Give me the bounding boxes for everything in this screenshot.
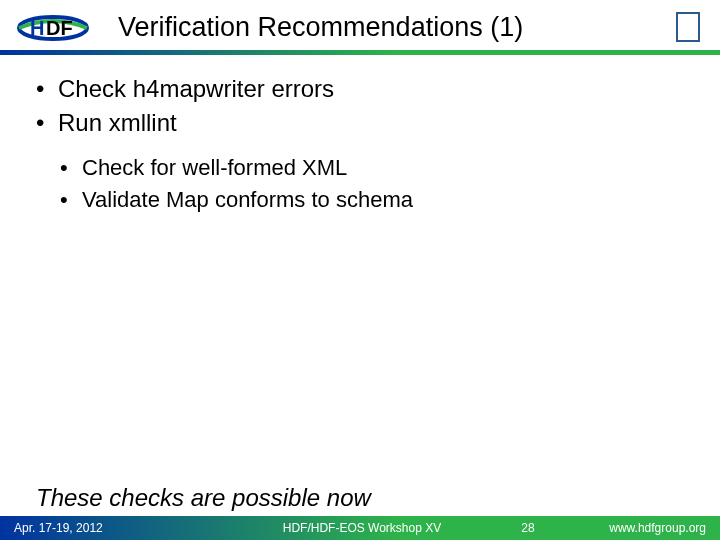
footer-date: Apr. 17-19, 2012 [14, 521, 224, 535]
bullet-list: Check h4mapwriter errors Run xmllint [36, 73, 684, 140]
footer-page-number: 28 [500, 521, 556, 535]
svg-text:DF: DF [46, 17, 73, 39]
list-item: Run xmllint [36, 107, 684, 139]
slide-body: Check h4mapwriter errors Run xmllint Che… [0, 55, 720, 484]
slide-footer: Apr. 17-19, 2012 HDF/HDF-EOS Workshop XV… [0, 516, 720, 540]
list-item: Validate Map conforms to schema [60, 184, 684, 216]
footer-event: HDF/HDF-EOS Workshop XV [224, 521, 500, 535]
slide-header: H DF Verification Recommendations (1) [0, 0, 720, 50]
list-item: Check for well-formed XML [60, 152, 684, 184]
svg-text:H: H [30, 17, 44, 39]
footer-url: www.hdfgroup.org [556, 521, 706, 535]
slide: H DF Verification Recommendations (1) Ch… [0, 0, 720, 540]
callout-text: These checks are possible now [0, 484, 720, 516]
list-item: Check h4mapwriter errors [36, 73, 684, 105]
corner-box-icon [676, 12, 700, 42]
sub-bullet-list: Check for well-formed XML Validate Map c… [60, 152, 684, 216]
hdf-logo: H DF [14, 10, 92, 44]
slide-title: Verification Recommendations (1) [92, 12, 676, 43]
